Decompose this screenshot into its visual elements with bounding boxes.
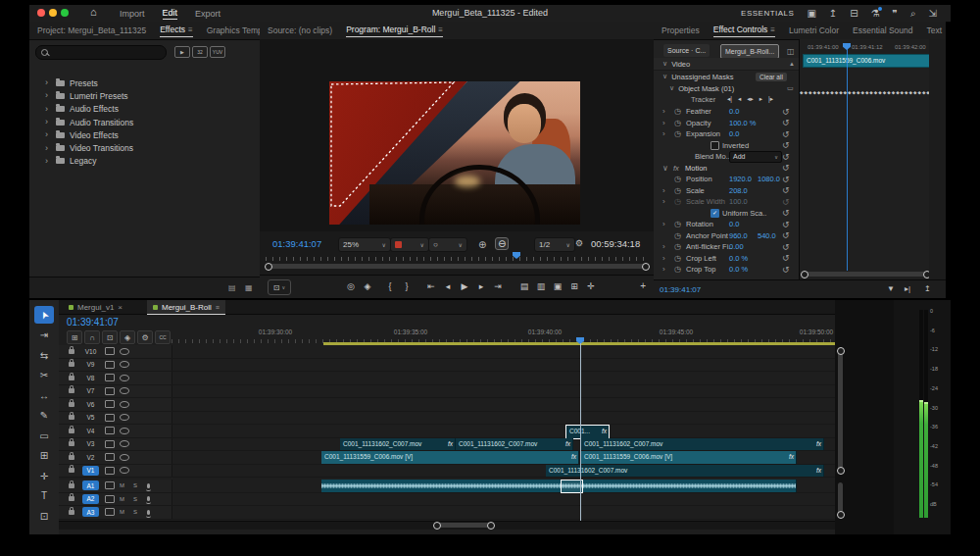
panel-menu-icon[interactable]: ≡ bbox=[438, 25, 443, 34]
track-v8[interactable]: V8 bbox=[59, 372, 894, 385]
solo-button[interactable]: S bbox=[133, 509, 137, 515]
clip-c001-11131602-c007-mov[interactable]: C001_11131602_C007.movfx bbox=[546, 465, 824, 478]
lock-icon[interactable] bbox=[69, 510, 74, 515]
clip-audio[interactable] bbox=[321, 480, 797, 492]
ec-v-scrollbar-gutter[interactable] bbox=[929, 39, 946, 279]
reset-icon[interactable]: ↺ bbox=[782, 140, 790, 150]
timeline-settings-icon[interactable]: ⚙ bbox=[137, 330, 153, 344]
tab-properties[interactable]: Properties bbox=[662, 25, 700, 35]
reset-icon[interactable]: ↺ bbox=[782, 242, 790, 252]
mask-view-dropdown[interactable]: ○∨ bbox=[428, 237, 467, 252]
chevron-right-icon[interactable]: › bbox=[662, 265, 665, 274]
track-target-badge[interactable]: V3 bbox=[82, 439, 99, 449]
clip-c001-11131602-c007-mov[interactable]: C001_11131602_C007.movfx bbox=[581, 438, 824, 451]
comparison-view-icon[interactable]: ⊞ bbox=[567, 280, 581, 292]
track-v7[interactable]: V7 bbox=[59, 385, 894, 399]
reset-icon[interactable]: ↺ bbox=[782, 197, 790, 207]
ripple-edit-tool[interactable]: ⇆ bbox=[34, 346, 54, 364]
mic-icon[interactable] bbox=[147, 496, 150, 501]
sequence-tab-mergui-v1[interactable]: Mergui_v1× bbox=[63, 300, 128, 314]
lock-icon[interactable] bbox=[69, 402, 74, 407]
lock-icon[interactable] bbox=[69, 468, 74, 473]
solo-button[interactable]: S bbox=[133, 482, 137, 488]
toggle-track-output-icon[interactable] bbox=[120, 414, 129, 421]
stopwatch-icon[interactable]: ◷ bbox=[674, 107, 681, 116]
slip-tool[interactable]: ↔ bbox=[34, 386, 54, 404]
track-target-badge[interactable]: V5 bbox=[82, 413, 99, 423]
toggle-track-output-icon[interactable] bbox=[120, 387, 129, 394]
sync-lock-icon[interactable] bbox=[105, 361, 115, 369]
track-target-badge[interactable]: A2 bbox=[82, 494, 99, 504]
chevron-right-icon[interactable]: › bbox=[45, 118, 48, 126]
fx-badge[interactable]: fx bbox=[565, 440, 570, 447]
monitor-scroll-handle-left[interactable] bbox=[265, 263, 272, 271]
delete-icon[interactable]: ▦ bbox=[245, 283, 253, 292]
mute-button[interactable]: M bbox=[120, 496, 124, 502]
tree-item-video-effects[interactable]: ›Video Effects bbox=[29, 128, 260, 141]
lock-icon[interactable] bbox=[69, 455, 74, 460]
toggle-track-output-icon[interactable] bbox=[120, 401, 129, 408]
sync-lock-icon[interactable] bbox=[105, 400, 115, 408]
stopwatch-icon[interactable]: ◷ bbox=[674, 186, 681, 195]
panel-menu-icon[interactable]: ≡ bbox=[770, 25, 775, 34]
blend-mode-dropdown[interactable]: Add∨ bbox=[729, 151, 782, 163]
mark-out-icon[interactable]: } bbox=[400, 280, 414, 292]
captions-display-icon[interactable]: CC bbox=[155, 330, 171, 344]
prop-value[interactable]: 0.00 bbox=[729, 242, 744, 251]
new-custom-bin-icon[interactable]: ▤ bbox=[228, 283, 236, 292]
clip-c001-11131602-c007-mov[interactable]: C001_11131602_C007.movfx bbox=[456, 438, 573, 451]
monitor-scrollbar[interactable] bbox=[266, 264, 648, 269]
checkbox-uniform-sca-[interactable]: ✓ bbox=[710, 209, 719, 218]
solo-button[interactable]: S bbox=[133, 496, 137, 502]
lock-icon[interactable] bbox=[69, 415, 74, 420]
stopwatch-icon[interactable]: ◷ bbox=[674, 265, 681, 274]
timeline-h-scrollbar[interactable] bbox=[59, 521, 894, 530]
chevron-right-icon[interactable]: › bbox=[662, 129, 665, 138]
chevron-right-icon[interactable]: › bbox=[662, 277, 665, 278]
program-timecode[interactable]: 01:39:41:07 bbox=[272, 238, 321, 249]
chevron-right-icon[interactable]: › bbox=[45, 130, 48, 139]
zoom-tool[interactable]: ⊞ bbox=[34, 447, 54, 465]
sync-lock-icon[interactable] bbox=[105, 467, 115, 475]
fx-badge[interactable]: fx bbox=[816, 467, 821, 474]
step-forward-icon[interactable]: ▸ bbox=[474, 280, 488, 292]
fx-badge[interactable]: fx bbox=[571, 453, 576, 460]
tab-source[interactable]: Source: (no clips) bbox=[268, 25, 332, 35]
stopwatch-icon[interactable]: ◷ bbox=[674, 242, 681, 251]
lock-icon[interactable] bbox=[69, 429, 74, 433]
stopwatch-icon[interactable]: ◷ bbox=[674, 197, 681, 206]
close-icon[interactable]: × bbox=[118, 303, 122, 312]
mark-in-icon[interactable]: { bbox=[383, 280, 397, 292]
chevron-right-icon[interactable]: › bbox=[45, 78, 48, 87]
fx-badge[interactable]: fx bbox=[448, 440, 453, 447]
hand-tool[interactable]: ✛ bbox=[34, 467, 54, 484]
timeline-playhead-line[interactable] bbox=[580, 343, 581, 521]
lock-icon[interactable] bbox=[69, 441, 74, 446]
tree-item-video-transitions[interactable]: ›Video Transitions bbox=[29, 142, 260, 155]
checkbox-inverted[interactable] bbox=[710, 141, 719, 150]
snap-icon[interactable]: ∩ bbox=[84, 330, 100, 344]
stacked-panels-icon[interactable]: ⊟ bbox=[850, 9, 858, 19]
razor-tool[interactable]: ✂ bbox=[34, 367, 54, 384]
chevron-right-icon[interactable]: › bbox=[662, 186, 665, 195]
add-button-icon[interactable]: + bbox=[640, 280, 646, 291]
track-target-badge[interactable]: V1 bbox=[82, 466, 99, 476]
chevron-right-icon[interactable]: › bbox=[45, 144, 48, 153]
chevron-down-icon[interactable]: ∨ bbox=[662, 164, 668, 173]
ec-scroll-handle-left[interactable] bbox=[801, 271, 808, 278]
play-around-icon[interactable]: ▸| bbox=[905, 284, 910, 293]
tab-lumetri-color[interactable]: Lumetri Color bbox=[789, 25, 839, 35]
search-icon[interactable]: ⌕ bbox=[910, 9, 916, 19]
step-back-icon[interactable]: ◂ bbox=[441, 280, 455, 292]
track-target-badge[interactable]: V7 bbox=[82, 386, 99, 396]
stopwatch-icon[interactable]: ◷ bbox=[674, 220, 681, 228]
export-icon[interactable]: ↥ bbox=[924, 284, 931, 293]
chevron-right-icon[interactable]: › bbox=[662, 220, 665, 228]
reset-icon[interactable]: ↺ bbox=[782, 220, 790, 229]
ec-playhead[interactable] bbox=[843, 43, 851, 50]
mask-outline[interactable] bbox=[329, 81, 580, 225]
stopwatch-icon[interactable]: ◷ bbox=[674, 254, 681, 263]
pen-tool[interactable]: ✎ bbox=[34, 407, 54, 425]
toggle-track-output-icon[interactable] bbox=[120, 428, 129, 434]
32bit-color-badge[interactable]: 32 bbox=[192, 46, 208, 58]
